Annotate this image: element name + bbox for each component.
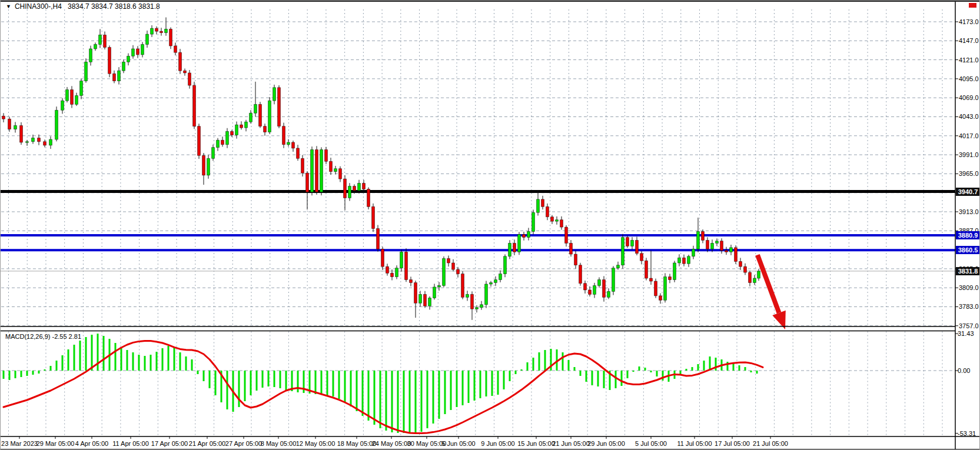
macd-tick-label: 0.00 [958,367,980,374]
time-tick-label: 4 Apr 05:00 [75,440,108,447]
time-tick-label: 23 Mar 2023 [1,440,38,447]
time-tick-label: 27 Apr 05:00 [225,440,262,447]
time-tick-label: 11 Apr 05:00 [112,440,149,447]
gridlines [1,9,955,436]
trend-arrow[interactable] [758,255,786,329]
price-tick-label: 4147.0 [959,37,980,44]
price-tick-label: 3757.0 [959,322,980,329]
price-tick-label: 3991.0 [959,151,980,158]
symbol-period-label: CHINA300-,H4 [15,2,62,11]
time-tick-label: 17 Jul 05:00 [715,440,750,447]
price-tick-label: 3913.0 [959,208,980,215]
macd-tick-label: -53.31 [958,430,980,437]
time-tick-label: 11 Jul 05:00 [677,440,712,447]
time-tick-label: 15 Jun 05:00 [517,440,555,447]
time-tick-label: 29 Jun 05:00 [587,440,625,447]
chart-canvas[interactable] [1,1,980,450]
price-tick-label: 4095.0 [959,75,980,82]
candles[interactable] [2,18,760,320]
price-tick-label: 4069.0 [959,94,980,101]
current-price-tag: 3831.8 [956,267,980,275]
price-tick-label: 4017.0 [959,132,980,139]
time-tick-label: 12 May 05:00 [296,440,335,447]
level-price-tag: 3880.9 [956,231,980,239]
time-tick-label: 24 May 05:00 [372,440,411,447]
level-price-tag: 3860.5 [956,246,980,254]
price-tick-label: 3965.0 [959,170,980,177]
symbol-ohlc-title: ▼CHINA300-,H43834.7 3834.7 3818.6 3831.8 [6,3,160,11]
macd-signal-line [4,341,763,434]
symbol-dropdown-icon[interactable]: ▼ [6,3,11,11]
time-tick-label: 5 Jun 05:00 [441,440,476,447]
top-right-marker [969,3,976,8]
price-tick-label: 3809.0 [959,284,980,291]
time-tick-label: 21 Apr 05:00 [189,440,225,447]
price-tick-label: 3783.0 [959,303,980,310]
time-tick-label: 8 May 05:00 [261,440,297,447]
price-tick-label: 4173.0 [959,18,980,25]
price-level-lines[interactable] [1,192,955,271]
panel-borders [1,2,980,449]
chart-window: ▼CHINA300-,H43834.7 3834.7 3818.6 3831.8… [0,0,980,450]
macd-indicator-label: MACD(12,26,9) -2.55 2.81 [5,333,81,341]
price-tick-label: 4043.0 [959,113,980,120]
time-tick-label: 21 Jun 05:00 [552,440,590,447]
time-tick-label: 21 Jul 05:00 [753,440,788,447]
macd-tick-label: 31.43 [958,330,980,337]
level-price-tag: 3940.7 [956,188,980,196]
time-tick-label: 29 Mar 05:00 [36,440,75,447]
time-tick-label: 9 Jun 05:00 [481,440,515,447]
time-tick-label: 30 May 05:00 [407,440,447,447]
time-tick-label: 18 May 05:00 [337,440,377,447]
ohlc-values: 3834.7 3834.7 3818.6 3831.8 [68,2,160,11]
time-tick-label: 5 Jul 05:00 [635,440,667,447]
time-tick-label: 17 Apr 05:00 [151,440,188,447]
price-tick-label: 4121.0 [959,56,980,64]
